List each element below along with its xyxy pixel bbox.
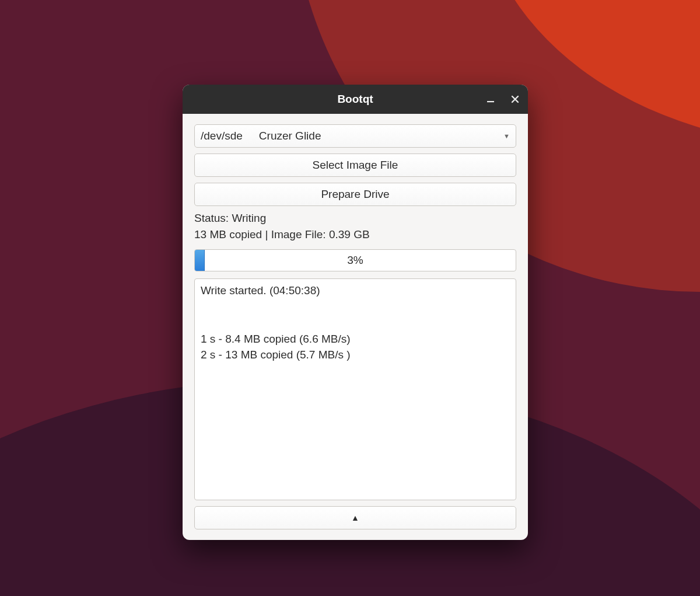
window-content: /dev/sde Cruzer Glide ▼ Select Image Fil… [183, 114, 528, 540]
minimize-icon [487, 95, 495, 103]
progress-bar: 3% [194, 249, 516, 271]
drive-selector[interactable]: /dev/sde Cruzer Glide ▼ [194, 124, 516, 148]
select-image-button[interactable]: Select Image File [194, 154, 516, 177]
drive-selector-value: /dev/sde Cruzer Glide [201, 130, 321, 142]
select-image-label: Select Image File [313, 159, 398, 172]
titlebar[interactable]: Bootqt [183, 85, 528, 114]
drive-device: /dev/sde [201, 130, 243, 142]
progress-fill [195, 250, 205, 271]
prepare-drive-label: Prepare Drive [321, 188, 389, 201]
progress-detail-text: 13 MB copied | Image File: 0.39 GB [194, 228, 516, 241]
log-output[interactable]: Write started. (04:50:38) 1 s - 8.4 MB c… [194, 278, 516, 500]
progress-percent-label: 3% [347, 254, 363, 267]
expand-button[interactable]: ▲ [194, 506, 516, 529]
svg-rect-0 [487, 101, 494, 102]
titlebar-controls [484, 85, 522, 114]
status-text: Status: Writing [194, 212, 516, 225]
close-button[interactable] [508, 92, 522, 106]
drive-label: Cruzer Glide [259, 130, 321, 142]
prepare-drive-button[interactable]: Prepare Drive [194, 183, 516, 206]
window-title: Bootqt [337, 93, 373, 106]
close-icon [511, 95, 519, 103]
app-window: Bootqt /dev/sde Cruzer Glide ▼ Select Im… [183, 85, 528, 540]
chevron-up-icon: ▲ [351, 513, 359, 522]
minimize-button[interactable] [484, 92, 498, 106]
chevron-down-icon: ▼ [503, 133, 510, 140]
